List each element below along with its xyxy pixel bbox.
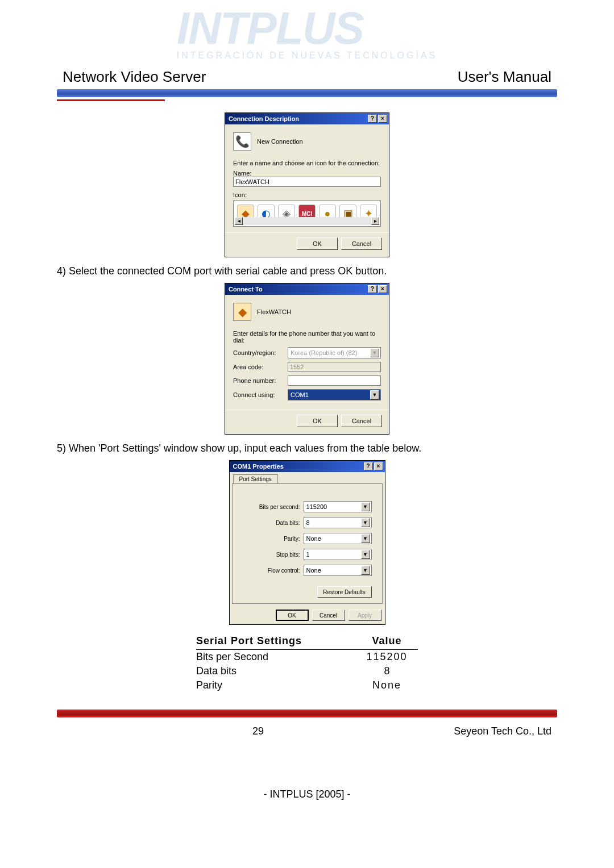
header-left: Network Video Server xyxy=(63,68,206,86)
parity-dropdown[interactable]: None▼ xyxy=(304,533,372,544)
chevron-down-icon[interactable]: ▼ xyxy=(361,534,370,543)
close-icon[interactable]: × xyxy=(374,462,383,470)
step-5-text: 5) When 'Port Settings' window show up, … xyxy=(57,443,557,454)
table-row: Parity None xyxy=(196,678,418,692)
parity-label: Parity: xyxy=(243,536,300,542)
col-setting: Serial Port Settings xyxy=(196,633,356,650)
flexwatch-label: FlexWATCH xyxy=(257,308,291,315)
connect-using-dropdown[interactable]: COM1▼ xyxy=(288,389,381,400)
table-row: Bits per Second 115200 xyxy=(196,650,418,665)
titlebar: COM1 Properties ? × xyxy=(230,461,385,472)
stop-bits-value: 1 xyxy=(306,551,310,558)
header-right: User's Manual xyxy=(458,68,551,86)
com1-properties-dialog: COM1 Properties ? × Port Settings Bits p… xyxy=(229,460,385,625)
area-code-label: Area code: xyxy=(233,364,284,370)
data-bits-label: Data bits: xyxy=(243,520,300,526)
new-connection-label: New Connection xyxy=(257,138,303,145)
brand-tagline: INTEGRACIÓN DE NUEVAS TECNOLOGÍAS xyxy=(177,51,438,60)
bps-label: Bits per second: xyxy=(243,504,300,510)
col-value: Value xyxy=(356,633,418,650)
company-name: Seyeon Tech Co., Ltd xyxy=(454,725,551,737)
scroll-track[interactable] xyxy=(243,217,371,225)
chevron-down-icon[interactable]: ▼ xyxy=(361,518,370,527)
step-4-text: 4) Select the connected COM port with se… xyxy=(57,265,557,277)
connect-using-label: Connect using: xyxy=(233,391,284,398)
phone-label: Phone number: xyxy=(233,377,284,384)
stop-bits-dropdown[interactable]: 1▼ xyxy=(304,549,372,560)
chevron-down-icon[interactable]: ▼ xyxy=(361,502,370,511)
connect-using-value: COM1 xyxy=(291,391,309,398)
name-label: Name: xyxy=(233,170,381,177)
header-divider xyxy=(57,89,557,97)
data-bits-dropdown[interactable]: 8▼ xyxy=(304,517,372,528)
close-icon[interactable]: × xyxy=(378,285,387,293)
page-header: Network Video Server User's Manual xyxy=(57,68,557,86)
data-bits-value: 8 xyxy=(306,519,310,526)
country-dropdown: Korea (Republic of) (82)▼ xyxy=(288,347,381,358)
dialog-prompt: Enter details for the phone number that … xyxy=(233,330,381,344)
table-row: Data bits 8 xyxy=(196,664,418,678)
setting-value: None xyxy=(356,678,418,692)
help-icon[interactable]: ? xyxy=(368,115,377,123)
flexwatch-icon: ◆ xyxy=(233,303,251,321)
tab-port-settings[interactable]: Port Settings xyxy=(233,474,278,483)
connection-description-dialog: Connection Description ? × 📞 New Connect… xyxy=(225,112,389,257)
serial-port-settings-table: Serial Port Settings Value Bits per Seco… xyxy=(196,633,418,692)
chevron-down-icon[interactable]: ▼ xyxy=(361,566,370,575)
help-icon[interactable]: ? xyxy=(364,462,373,470)
page-number: 29 xyxy=(252,725,264,737)
logo-watermark: INTPLUS INTEGRACIÓN DE NUEVAS TECNOLOGÍA… xyxy=(177,6,438,60)
restore-defaults-button[interactable]: Restore Defaults xyxy=(317,586,372,598)
cancel-button[interactable]: Cancel xyxy=(341,237,382,250)
area-code-input xyxy=(288,362,381,372)
help-icon[interactable]: ? xyxy=(368,285,377,293)
phone-input[interactable] xyxy=(288,375,381,386)
flow-control-label: Flow control: xyxy=(243,567,300,574)
flow-control-value: None xyxy=(306,567,321,574)
scroll-right-icon[interactable]: ▸ xyxy=(371,217,379,225)
setting-name: Parity xyxy=(196,678,356,692)
footer-divider xyxy=(57,710,557,717)
country-value: Korea (Republic of) (82) xyxy=(291,349,357,356)
ok-button[interactable]: OK xyxy=(297,237,338,250)
bps-value: 115200 xyxy=(306,503,327,510)
setting-value: 8 xyxy=(356,664,418,678)
stop-bits-label: Stop bits: xyxy=(243,552,300,558)
connect-to-dialog: Connect To ? × ◆ FlexWATCH Enter details… xyxy=(225,283,389,435)
brand-text: INTPLUS xyxy=(177,3,363,53)
country-label: Country/region: xyxy=(233,349,284,356)
ok-button[interactable]: OK xyxy=(276,610,309,621)
dialog-title: Connection Description xyxy=(229,115,299,122)
new-connection-icon: 📞 xyxy=(233,132,251,151)
dialog-prompt: Enter a name and choose an icon for the … xyxy=(233,160,381,166)
setting-name: Bits per Second xyxy=(196,650,356,665)
chevron-down-icon[interactable]: ▼ xyxy=(370,390,379,399)
header-accent xyxy=(57,99,165,101)
icon-label: Icon: xyxy=(233,191,381,198)
dialog-title: COM1 Properties xyxy=(233,463,284,470)
cancel-button[interactable]: Cancel xyxy=(341,415,382,427)
dialog-title: Connect To xyxy=(229,286,263,293)
close-icon[interactable]: × xyxy=(378,115,387,123)
cancel-button[interactable]: Cancel xyxy=(312,610,345,621)
scroll-left-icon[interactable]: ◂ xyxy=(235,217,243,225)
titlebar: Connection Description ? × xyxy=(225,113,389,124)
chevron-down-icon[interactable]: ▼ xyxy=(361,550,370,559)
icon-chooser[interactable]: ◆ ◐ ◈ MCI ● ▣ ✦ ◂ ▸ xyxy=(233,201,381,227)
setting-value: 115200 xyxy=(356,650,418,665)
titlebar: Connect To ? × xyxy=(225,283,389,295)
footer-brandline: - INTPLUS [2005] - xyxy=(263,788,350,800)
bps-dropdown[interactable]: 115200▼ xyxy=(304,501,372,512)
connection-name-input[interactable] xyxy=(233,177,381,187)
parity-value: None xyxy=(306,535,321,542)
apply-button: Apply xyxy=(349,610,381,621)
setting-name: Data bits xyxy=(196,664,356,678)
chevron-down-icon: ▼ xyxy=(370,348,379,357)
ok-button[interactable]: OK xyxy=(297,415,338,427)
flow-control-dropdown[interactable]: None▼ xyxy=(304,565,372,576)
